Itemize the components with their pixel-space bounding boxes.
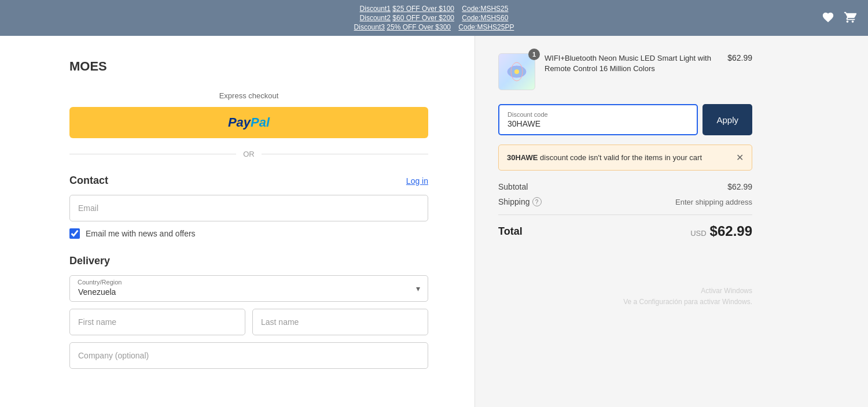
shipping-label: Shipping xyxy=(498,197,530,206)
activate-line2: Ve a Configuración para activar Windows. xyxy=(498,297,752,308)
discount2-code: Code:MSHS60 xyxy=(462,14,508,22)
paypal-button[interactable]: PayPal xyxy=(69,107,428,138)
product-image-wrap: 1 xyxy=(498,53,535,90)
header-icons xyxy=(822,11,856,25)
total-row: Total USD $62.99 xyxy=(498,223,752,239)
discount-input-wrap: Discount code xyxy=(498,104,698,135)
express-checkout-label: Express checkout xyxy=(69,91,428,100)
product-info: WIFI+Bluetooth Neon Music LED Smart Ligh… xyxy=(545,53,718,74)
brand-name: MOES xyxy=(69,59,428,74)
discount3-link[interactable]: Discount3 xyxy=(354,23,385,31)
top-banner: Discount1 $25 OFF Over $100 Code:MSHS25 … xyxy=(0,0,868,36)
error-code: 30HAWE xyxy=(507,153,538,162)
total-amount: $62.99 xyxy=(710,223,752,239)
right-panel: 1 WIFI+Bluetooth Neon Music LED Smart Li… xyxy=(475,36,775,407)
apply-button[interactable]: Apply xyxy=(703,104,752,135)
error-close-icon[interactable]: ✕ xyxy=(736,152,744,163)
cart-icon[interactable] xyxy=(844,11,856,25)
discount1-text: $25 OFF Over $100 xyxy=(392,5,454,13)
wishlist-icon[interactable] xyxy=(822,11,834,25)
contact-section-header: Contact Log in xyxy=(69,175,428,187)
product-price: $62.99 xyxy=(727,53,752,62)
total-label: Total xyxy=(498,225,523,238)
error-message: discount code isn't valid for the items … xyxy=(538,153,702,162)
company-input[interactable] xyxy=(69,342,428,369)
shipping-row: Shipping ? Enter shipping address xyxy=(498,197,752,206)
activate-line1: Activar Windows xyxy=(498,286,752,297)
paypal-logo: PayPal xyxy=(228,115,270,130)
discount2-text: $60 OFF Over $200 xyxy=(392,14,454,22)
total-currency: USD xyxy=(690,229,706,238)
discount-row-2: Discount2 $60 OFF Over $200 Code:MSHS60 xyxy=(360,14,509,22)
discount-code-input[interactable] xyxy=(507,119,689,128)
discount1-link[interactable]: Discount1 xyxy=(360,5,391,13)
activate-windows-watermark: Activar Windows Ve a Configuración para … xyxy=(498,286,752,308)
email-news-checkbox[interactable] xyxy=(69,228,80,239)
discount-list: Discount1 $25 OFF Over $100 Code:MSHS25 … xyxy=(354,5,514,31)
log-in-link[interactable]: Log in xyxy=(406,176,428,186)
last-name-input[interactable] xyxy=(252,309,428,335)
shipping-info-icon[interactable]: ? xyxy=(532,197,542,206)
product-quantity-badge: 1 xyxy=(528,49,540,60)
summary-divider xyxy=(498,214,752,215)
name-row xyxy=(69,309,428,335)
discount2-link[interactable]: Discount2 xyxy=(360,14,391,22)
delivery-title: Delivery xyxy=(69,255,428,267)
country-select[interactable]: Venezuela United States Venezuela Mexico… xyxy=(69,275,428,302)
main-layout: MOES Express checkout PayPal OR Contact … xyxy=(0,36,868,407)
email-news-label[interactable]: Email me with news and offers xyxy=(86,229,196,238)
left-panel: MOES Express checkout PayPal OR Contact … xyxy=(0,36,475,407)
or-divider: OR xyxy=(69,150,428,158)
product-image xyxy=(498,53,535,90)
discount3-code: Code:MSHS25PP xyxy=(458,23,514,31)
email-news-row: Email me with news and offers xyxy=(69,228,428,239)
contact-title: Contact xyxy=(69,175,108,187)
error-banner: 30HAWE discount code isn't valid for the… xyxy=(498,145,752,171)
first-name-input[interactable] xyxy=(69,309,245,335)
shipping-value: Enter shipping address xyxy=(675,198,752,206)
discount3-text: 25% OFF Over $300 xyxy=(387,23,451,31)
discount1-code: Code:MSHS25 xyxy=(462,5,508,13)
subtotal-label: Subtotal xyxy=(498,182,528,191)
discount-row: Discount code Apply xyxy=(498,104,752,135)
error-text: 30HAWE discount code isn't valid for the… xyxy=(507,153,702,162)
total-value-wrap: USD $62.99 xyxy=(690,223,752,239)
subtotal-value: $62.99 xyxy=(727,182,752,191)
product-name: WIFI+Bluetooth Neon Music LED Smart Ligh… xyxy=(545,53,718,74)
country-select-wrapper: Country/Region Venezuela United States V… xyxy=(69,275,428,302)
svg-point-2 xyxy=(514,69,519,74)
shipping-label-wrap: Shipping ? xyxy=(498,197,542,206)
delivery-section: Delivery Country/Region Venezuela United… xyxy=(69,255,428,376)
product-row: 1 WIFI+Bluetooth Neon Music LED Smart Li… xyxy=(498,53,752,90)
discount-row-3: Discount3 25% OFF Over $300 Code:MSHS25P… xyxy=(354,23,514,31)
discount-row-1: Discount1 $25 OFF Over $100 Code:MSHS25 xyxy=(360,5,509,13)
email-input[interactable] xyxy=(69,195,428,221)
discount-label: Discount code xyxy=(507,111,689,118)
subtotal-row: Subtotal $62.99 xyxy=(498,182,752,191)
